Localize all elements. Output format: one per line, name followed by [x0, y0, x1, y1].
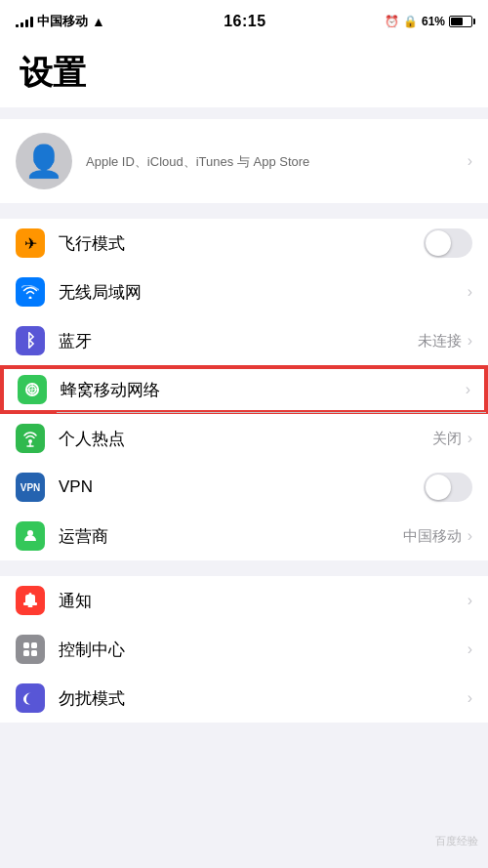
- notifications-label: 通知: [59, 590, 468, 612]
- settings-group-2: 通知 › 控制中心 › 勿扰模式 ›: [0, 576, 488, 723]
- carrier-value: 中国移动: [403, 527, 462, 546]
- airplane-label: 飞行模式: [59, 232, 424, 255]
- battery-percent: 61%: [422, 15, 445, 28]
- hotspot-value: 关闭: [432, 430, 462, 448]
- svg-rect-13: [31, 650, 37, 656]
- controlcenter-icon: [16, 635, 45, 664]
- notifications-chevron: ›: [468, 592, 472, 609]
- cellular-label: 蜂窝移动网络: [61, 379, 466, 401]
- profile-row[interactable]: 👤 Apple ID、iCloud、iTunes 与 App Store ›: [0, 119, 488, 203]
- status-bar: 中国移动 ▲ 16:15 ⏰ 🔒 61%: [0, 0, 488, 43]
- donotdisturb-icon: [16, 683, 45, 713]
- wifi-chevron: ›: [468, 283, 472, 301]
- controlcenter-label: 控制中心: [59, 639, 468, 661]
- setting-row-bluetooth[interactable]: ᛒ 蓝牙 未连接 ›: [0, 316, 488, 365]
- bluetooth-icon: ᛒ: [16, 326, 45, 355]
- donotdisturb-label: 勿扰模式: [59, 687, 468, 710]
- page-title-bar: 设置: [0, 43, 488, 107]
- notifications-icon: [16, 586, 45, 615]
- setting-row-notifications[interactable]: 通知 ›: [0, 576, 488, 625]
- svg-rect-11: [31, 642, 37, 648]
- bluetooth-value: 未连接: [418, 332, 462, 351]
- vpn-label: VPN: [59, 477, 424, 497]
- profile-subtitle: Apple ID、iCloud、iTunes 与 App Store: [86, 153, 454, 171]
- airplane-icon: ✈: [16, 228, 45, 258]
- vpn-toggle[interactable]: [424, 473, 472, 502]
- watermark: 百度经验: [435, 834, 478, 848]
- bluetooth-label: 蓝牙: [59, 330, 418, 352]
- hotspot-icon: [16, 424, 45, 453]
- setting-row-airplane[interactable]: ✈ 飞行模式: [0, 219, 488, 268]
- carrier-icon: [16, 521, 45, 551]
- airplane-toggle[interactable]: [424, 228, 472, 258]
- controlcenter-chevron: ›: [468, 641, 472, 658]
- profile-text: Apple ID、iCloud、iTunes 与 App Store: [86, 151, 454, 171]
- page-title: 设置: [20, 51, 468, 96]
- vpn-icon: VPN: [16, 473, 45, 502]
- alarm-icon: ⏰: [385, 15, 399, 28]
- svg-rect-12: [23, 650, 29, 656]
- carrier-chevron: ›: [468, 527, 472, 545]
- battery-icon: [449, 16, 472, 27]
- donotdisturb-chevron: ›: [468, 689, 472, 707]
- svg-point-9: [29, 593, 32, 596]
- setting-row-carrier[interactable]: 运营商 中国移动 ›: [0, 512, 488, 560]
- wifi-icon: ▲: [92, 14, 105, 29]
- avatar-icon: 👤: [24, 143, 63, 180]
- svg-rect-7: [23, 602, 37, 605]
- status-time: 16:15: [224, 13, 265, 30]
- avatar: 👤: [16, 133, 72, 189]
- hotspot-label: 个人热点: [59, 428, 432, 450]
- setting-row-controlcenter[interactable]: 控制中心 ›: [0, 625, 488, 674]
- wifi-setting-icon: [16, 277, 45, 307]
- cellular-icon: [18, 375, 47, 404]
- setting-row-wifi[interactable]: 无线局域网 ›: [0, 268, 488, 316]
- status-right: ⏰ 🔒 61%: [385, 15, 472, 28]
- setting-row-cellular[interactable]: 蜂窝移动网络 ›: [0, 365, 488, 414]
- lock-icon: 🔒: [403, 15, 418, 28]
- wifi-label: 无线局域网: [59, 281, 468, 304]
- svg-point-5: [27, 530, 33, 536]
- hotspot-chevron: ›: [468, 430, 472, 447]
- profile-chevron: ›: [468, 152, 472, 170]
- bluetooth-chevron: ›: [468, 332, 472, 350]
- settings-group-1: ✈ 飞行模式 无线局域网 › ᛒ 蓝牙 未连接 ›: [0, 219, 488, 560]
- svg-rect-8: [28, 605, 33, 607]
- setting-row-vpn[interactable]: VPN VPN: [0, 463, 488, 512]
- setting-row-hotspot[interactable]: 个人热点 关闭 ›: [0, 414, 488, 463]
- carrier-label: 运营商: [59, 525, 403, 548]
- setting-row-donotdisturb[interactable]: 勿扰模式 ›: [0, 674, 488, 723]
- status-left: 中国移动 ▲: [16, 13, 105, 30]
- signal-icon: [16, 16, 33, 27]
- cellular-chevron: ›: [466, 381, 470, 398]
- svg-rect-10: [23, 642, 29, 648]
- carrier-label: 中国移动: [37, 13, 88, 30]
